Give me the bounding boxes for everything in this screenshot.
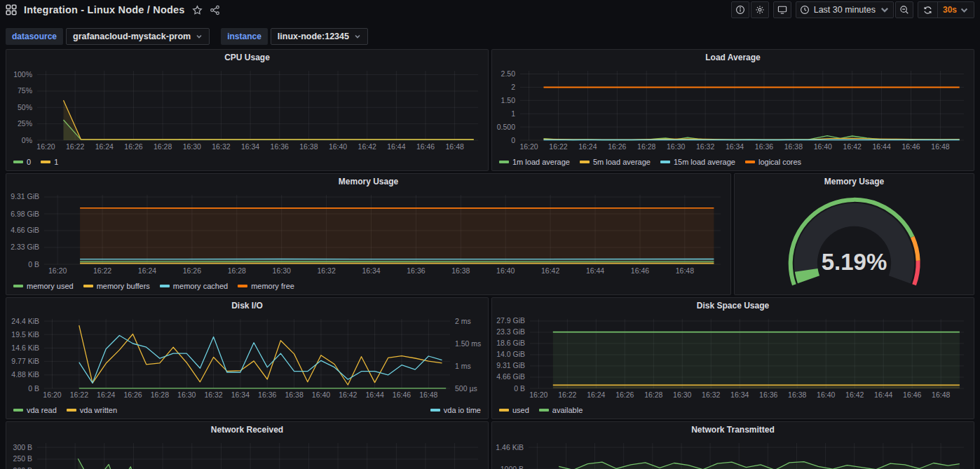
svg-text:16:22: 16:22 [549, 142, 567, 151]
star-icon[interactable] [192, 5, 203, 15]
disk-io-chart[interactable]: 16:2016:2216:2416:2616:2816:3016:3216:34… [9, 313, 485, 399]
legend-label: 0 [27, 158, 31, 166]
panel-disk-space-usage: Disk Space Usage 16:2016:2216:2416:2616:… [491, 297, 974, 419]
share-icon[interactable] [210, 5, 220, 15]
dashboard-insights-button[interactable] [731, 1, 749, 18]
panel-title[interactable]: Disk Space Usage [492, 298, 974, 313]
legend-item[interactable]: memory cached [160, 282, 228, 290]
clock-icon [800, 5, 810, 15]
svg-text:16:40: 16:40 [817, 390, 835, 399]
svg-text:16:48: 16:48 [676, 266, 694, 275]
load-average-chart[interactable]: 16:2016:2216:2416:2616:2816:3016:3216:34… [495, 65, 971, 151]
svg-text:16:46: 16:46 [416, 142, 435, 151]
zoom-out-time-button[interactable] [895, 1, 913, 18]
memory-usage-gauge[interactable]: 5.19% [737, 189, 971, 292]
svg-text:16:24: 16:24 [578, 142, 597, 151]
cpu-usage-chart[interactable]: 16:2016:2216:2416:2616:2816:3016:3216:34… [9, 65, 485, 151]
refresh-interval-dropdown[interactable]: 30s [937, 2, 974, 18]
svg-text:0: 0 [511, 136, 515, 144]
disk-space-chart[interactable]: 16:2016:2216:2416:2616:2816:3016:3216:34… [495, 313, 971, 399]
dashboards-grid-icon[interactable] [6, 4, 17, 15]
panel-title[interactable]: Network Received [6, 422, 488, 437]
gear-icon [755, 5, 765, 15]
legend-item[interactable]: used [499, 406, 529, 414]
svg-text:0 B: 0 B [28, 260, 39, 269]
legend-swatch [41, 161, 50, 163]
chevron-down-icon [960, 6, 969, 15]
svg-text:16:38: 16:38 [788, 390, 806, 399]
svg-text:18.6 GiB: 18.6 GiB [496, 339, 525, 347]
variable-datasource-label: datasource [6, 28, 63, 45]
gauge-value: 5.19% [822, 249, 887, 275]
variable-instance-value[interactable]: linux-node:12345 [271, 28, 368, 45]
legend-item[interactable]: available [539, 406, 583, 414]
svg-text:1.46 KiB: 1.46 KiB [496, 443, 524, 451]
svg-text:16:34: 16:34 [726, 142, 744, 151]
legend-item[interactable]: memory used [13, 282, 74, 290]
svg-text:16:40: 16:40 [312, 390, 330, 399]
dashboard-settings-button[interactable] [751, 1, 769, 18]
svg-text:9.31 GiB: 9.31 GiB [496, 361, 525, 369]
info-circle-icon [735, 5, 745, 15]
svg-text:16:32: 16:32 [317, 266, 335, 275]
panel-memory-usage-graph: Memory Usage 16:2016:2216:2416:2616:2816… [6, 173, 731, 295]
legend-item[interactable]: memory free [238, 282, 294, 290]
svg-text:16:28: 16:28 [228, 266, 246, 275]
svg-text:16:20: 16:20 [43, 390, 61, 399]
svg-text:16:36: 16:36 [759, 390, 777, 399]
memory-usage-chart[interactable]: 16:2016:2216:2416:2616:2816:3016:3216:34… [9, 189, 728, 275]
magnifier-minus-icon [899, 5, 909, 15]
refresh-interval-label: 30s [943, 5, 957, 15]
chevron-down-icon [880, 5, 890, 15]
legend-label: 1m load average [512, 158, 570, 166]
legend: vda readvda writtenvda io time [13, 405, 481, 416]
panel-title[interactable]: Disk I/O [6, 298, 488, 313]
panel-title[interactable]: Memory Usage [735, 174, 974, 189]
time-range-picker[interactable]: Last 30 minutes [796, 1, 894, 18]
svg-text:4.88 KiB: 4.88 KiB [11, 370, 39, 379]
svg-text:16:20: 16:20 [519, 142, 538, 151]
svg-text:16:30: 16:30 [273, 266, 291, 275]
svg-text:16:48: 16:48 [446, 142, 464, 151]
legend-item[interactable]: 15m load average [660, 158, 735, 166]
variable-datasource-selected: grafanacloud-mystack-prom [73, 32, 191, 41]
svg-text:16:30: 16:30 [673, 390, 691, 399]
legend-item[interactable]: 0 [13, 158, 31, 166]
legend-item[interactable]: vda read [13, 406, 57, 414]
legend-item[interactable]: vda written [67, 406, 117, 414]
legend-item[interactable]: memory buffers [83, 282, 150, 290]
legend-swatch [83, 285, 93, 287]
legend: 01 [13, 156, 481, 168]
svg-text:4.66 GiB: 4.66 GiB [496, 372, 525, 381]
refresh-button[interactable] [918, 2, 937, 18]
svg-text:16:34: 16:34 [730, 390, 749, 399]
network-transmitted-chart[interactable]: 16:2016:2216:2416:2616:2816:3016:3216:34… [495, 437, 971, 469]
legend-item[interactable]: vda io time [430, 406, 481, 414]
legend-item[interactable]: 1m load average [499, 158, 570, 166]
svg-text:14.6 KiB: 14.6 KiB [11, 344, 39, 352]
panel-title[interactable]: Network Transmitted [492, 422, 974, 437]
svg-text:16:42: 16:42 [541, 266, 559, 275]
network-received-chart[interactable]: 16:2016:2216:2416:2616:2816:3016:3216:34… [9, 437, 485, 469]
panel-cpu-usage: CPU Usage 16:2016:2216:2416:2616:2816:30… [6, 49, 489, 171]
legend-label: memory cached [173, 282, 228, 290]
legend-item[interactable]: 1 [41, 158, 58, 166]
svg-text:16:42: 16:42 [358, 142, 376, 151]
legend-item[interactable]: logical cores [745, 158, 801, 166]
svg-text:16:46: 16:46 [903, 390, 921, 399]
variable-datasource-value[interactable]: grafanacloud-mystack-prom [66, 28, 210, 45]
svg-text:16:24: 16:24 [97, 390, 115, 399]
panel-memory-usage-gauge: Memory Usage 5.19% [734, 173, 974, 295]
svg-text:16:22: 16:22 [93, 266, 111, 275]
svg-text:16:42: 16:42 [843, 142, 862, 151]
svg-text:16:38: 16:38 [285, 390, 303, 399]
legend-label: memory free [251, 282, 294, 290]
panel-title[interactable]: CPU Usage [6, 50, 488, 65]
legend-label: vda written [80, 406, 117, 414]
legend-item[interactable]: 5m load average [580, 158, 651, 166]
chevron-down-icon [196, 33, 203, 40]
cycle-view-mode-button[interactable] [773, 1, 791, 18]
panel-title[interactable]: Memory Usage [6, 174, 730, 189]
panel-title[interactable]: Load Average [492, 50, 974, 65]
svg-text:16:36: 16:36 [271, 142, 289, 151]
